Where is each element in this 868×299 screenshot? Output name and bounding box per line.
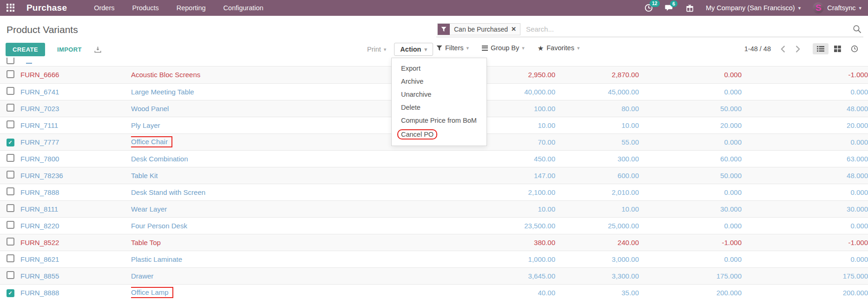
- numeric-value: -1.000: [742, 234, 868, 251]
- red-annotation-box: Office Lamp: [131, 287, 173, 298]
- nav-menu-reporting[interactable]: Reporting: [177, 4, 206, 12]
- numeric-value: 0.000: [742, 217, 868, 234]
- table-row[interactable]: FURN_7888Desk Stand with Screen2,100.002…: [0, 184, 868, 200]
- action-menu-item-export[interactable]: Export: [392, 62, 487, 75]
- row-checkbox[interactable]: [7, 87, 14, 95]
- chevron-left-icon[interactable]: [780, 46, 785, 53]
- row-checkbox[interactable]: [7, 58, 14, 64]
- table-row[interactable]: ✓FURN_8888Office Lamp40.0035.00200.00020…: [0, 284, 868, 299]
- product-code: FURN_7111: [20, 117, 131, 133]
- action-menu-item-archive[interactable]: Archive: [392, 75, 487, 88]
- kanban-view-button[interactable]: [830, 43, 845, 54]
- numeric-value: 0.000: [742, 133, 868, 150]
- row-checkbox[interactable]: [7, 271, 14, 279]
- row-checkbox[interactable]: [7, 254, 14, 262]
- messages-button[interactable]: 6: [665, 4, 674, 12]
- checkbox-cell: [0, 117, 20, 133]
- activity-view-button[interactable]: [847, 43, 862, 55]
- numeric-value: 25,000.00: [555, 217, 639, 234]
- caret-down-icon: ▾: [859, 5, 861, 11]
- row-checkbox[interactable]: ✓: [7, 139, 14, 146]
- action-menu-item-cancel-po[interactable]: Cancel PO: [392, 127, 487, 142]
- table-row[interactable]: FURN_8621Plastic Laminate1,000.003,000.0…: [0, 251, 868, 267]
- checkbox-cell: ✓: [0, 284, 20, 299]
- row-checkbox[interactable]: [7, 120, 14, 128]
- checkbox-cell: [0, 150, 20, 167]
- action-button[interactable]: Action ▾: [394, 43, 433, 56]
- row-checkbox[interactable]: [7, 221, 14, 229]
- search-input[interactable]: [520, 25, 853, 33]
- kanban-view-icon: [834, 46, 841, 52]
- toolbar-left: CREATE IMPORT: [6, 43, 102, 56]
- row-checkbox[interactable]: [7, 70, 14, 78]
- favorites-button[interactable]: ★ Favorites ▾: [538, 44, 580, 52]
- rewards-button[interactable]: [686, 4, 694, 12]
- caret-down-icon: ▾: [466, 45, 469, 51]
- navbar-right: 12 6 My Company (San Francisco) ▾ S Craf…: [644, 2, 861, 13]
- table-row[interactable]: FURN_8220Four Person Desk23,500.0025,000…: [0, 217, 868, 234]
- hamburger-icon: [482, 46, 488, 51]
- row-checkbox[interactable]: [7, 154, 14, 162]
- numeric-value: 2,100.00: [453, 184, 555, 200]
- numeric-value: 300.00: [555, 150, 639, 167]
- filters-button[interactable]: Filters ▾: [436, 44, 469, 52]
- group-by-button[interactable]: Group By ▾: [482, 44, 525, 52]
- chevron-right-icon[interactable]: [796, 46, 801, 53]
- nav-menu-products[interactable]: Products: [132, 4, 158, 12]
- numeric-value: 0.000: [639, 251, 742, 267]
- search-filter-tag[interactable]: Can be Purchased ✕: [437, 23, 520, 35]
- table-row[interactable]: FURN_78236Table Kit147.00600.0050.00048.…: [0, 167, 868, 184]
- activities-button[interactable]: 12: [644, 4, 653, 12]
- row-checkbox[interactable]: ✓: [7, 289, 14, 297]
- checkbox-cell: [0, 167, 20, 184]
- red-annotation-box: Cancel PO: [397, 129, 437, 140]
- user-menu[interactable]: S Craftsync ▾: [813, 2, 861, 13]
- numeric-value: 50.000: [639, 167, 742, 184]
- numeric-value: 80.00: [555, 100, 639, 117]
- import-button[interactable]: IMPORT: [54, 46, 85, 53]
- checkbox-cell: [0, 267, 20, 284]
- nav-menu-orders[interactable]: Orders: [94, 4, 114, 12]
- numeric-value: 60.000: [639, 150, 742, 167]
- action-menu-item-delete[interactable]: Delete: [392, 101, 487, 114]
- toolbar-actions: Print ▾ Action ▾: [362, 42, 433, 57]
- row-checkbox[interactable]: [7, 204, 14, 212]
- download-icon[interactable]: [94, 46, 102, 53]
- table-row[interactable]: FURN_7800Desk Combination450.00300.0060.…: [0, 150, 868, 167]
- row-checkbox[interactable]: [7, 238, 14, 246]
- numeric-value: 40.00: [453, 284, 555, 299]
- numeric-value: 20.000: [742, 117, 868, 133]
- numeric-value: -1.000: [742, 66, 868, 83]
- pager-range: 1-48 / 48: [744, 45, 771, 53]
- numeric-value: 175.000: [639, 267, 742, 284]
- product-code: FURN_7888: [20, 184, 131, 200]
- remove-filter-icon[interactable]: ✕: [511, 24, 520, 35]
- numeric-value: 50.000: [639, 100, 742, 117]
- caret-down-icon: ▾: [577, 45, 580, 51]
- table-row[interactable]: FURN_8855Drawer3,645.003,300.00175.00017…: [0, 267, 868, 284]
- table-row[interactable]: FURN_8111Wear Layer10.0010.0030.00030.00…: [0, 200, 868, 217]
- list-view-icon: [817, 46, 824, 52]
- star-icon: ★: [538, 45, 544, 52]
- search-icon[interactable]: [853, 25, 863, 33]
- action-menu-item-compute-price-from-bom[interactable]: Compute Price from BoM: [392, 114, 487, 127]
- company-switcher[interactable]: My Company (San Francisco) ▾: [706, 4, 801, 12]
- numeric-value: 48.000: [742, 167, 868, 184]
- row-checkbox[interactable]: [7, 187, 14, 195]
- row-checkbox[interactable]: [7, 171, 14, 179]
- print-button[interactable]: Print ▾: [362, 43, 391, 55]
- breadcrumb-row: Product Variants Can be Purchased ✕: [0, 16, 868, 41]
- numeric-value: 48.000: [742, 100, 868, 117]
- nav-menu-configuration[interactable]: Configuration: [224, 4, 263, 12]
- filter-funnel-icon: [438, 24, 450, 35]
- create-button[interactable]: CREATE: [6, 43, 45, 56]
- row-checkbox[interactable]: [7, 104, 14, 112]
- product-code: FURN_7800: [20, 150, 131, 167]
- app-title[interactable]: Purchase: [26, 3, 67, 13]
- list-view-button[interactable]: [813, 43, 829, 54]
- action-menu-item-unarchive[interactable]: Unarchive: [392, 88, 487, 101]
- clipped-text-remnant: [26, 63, 32, 64]
- apps-grid-icon[interactable]: [7, 4, 15, 13]
- product-name: Office Lamp: [131, 284, 453, 299]
- table-row[interactable]: FURN_8522Table Top380.00240.00-1.000-1.0…: [0, 234, 868, 251]
